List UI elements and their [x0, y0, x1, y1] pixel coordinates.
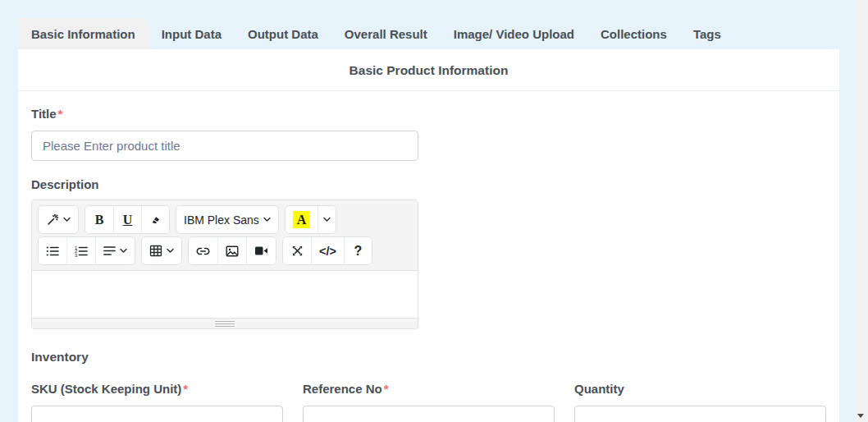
sku-field-group: SKU (Stock Keeping Unit)*: [31, 382, 283, 422]
description-editable-area[interactable]: [32, 271, 418, 318]
reference-no-label: Reference No*: [303, 382, 555, 396]
sku-label: SKU (Stock Keeping Unit)*: [31, 382, 283, 396]
underline-icon: U: [123, 213, 133, 227]
sku-input[interactable]: [31, 406, 283, 422]
ordered-list-button[interactable]: 1 2 3: [66, 237, 95, 264]
unordered-list-icon: [46, 245, 59, 257]
chevron-down-icon: [120, 248, 127, 254]
description-rich-text-editor: B U: [31, 200, 418, 329]
unordered-list-button[interactable]: [39, 237, 66, 264]
svg-text:3: 3: [75, 252, 78, 256]
panel-heading: Basic Product Information: [18, 49, 839, 91]
tab-basic-information[interactable]: Basic Information: [18, 18, 148, 49]
inventory-fields-row: SKU (Stock Keeping Unit)* Reference No* …: [31, 382, 826, 422]
video-icon: [254, 245, 268, 256]
help-icon: ?: [354, 244, 363, 259]
font-family-value: IBM Plex Sans: [184, 213, 259, 227]
description-field-group: Description: [31, 177, 826, 329]
insert-button-group: [188, 236, 276, 265]
magic-style-button[interactable]: [39, 206, 78, 233]
toolbar-row-2: 1 2 3: [38, 236, 412, 265]
quantity-field-group: Quantity: [574, 382, 826, 422]
product-tabs: Basic Information Input Data Output Data…: [18, 18, 839, 49]
fullscreen-icon: [291, 245, 304, 257]
tab-overall-result[interactable]: Overall Result: [331, 18, 441, 49]
paragraph-button-group: 1 2 3: [38, 236, 135, 265]
inventory-heading: Inventory: [31, 350, 826, 365]
title-input[interactable]: [31, 131, 418, 161]
eraser-icon: [149, 213, 162, 226]
magic-wand-icon: [46, 213, 59, 227]
panel-body: Title* Description: [18, 91, 839, 422]
quantity-label-text: Quantity: [574, 382, 624, 396]
help-button[interactable]: ?: [344, 237, 372, 264]
resize-grip-icon: [215, 321, 235, 327]
quantity-input[interactable]: [574, 406, 826, 422]
highlight-color-icon: A: [293, 211, 311, 228]
page-container: Basic Information Input Data Output Data…: [18, 0, 839, 422]
video-button[interactable]: [246, 237, 276, 264]
link-icon: [196, 245, 210, 257]
reference-no-input[interactable]: [303, 406, 555, 422]
paragraph-align-icon: [103, 245, 116, 256]
toolbar-row-1: B U: [38, 205, 412, 234]
chevron-down-icon: [63, 217, 71, 222]
link-button[interactable]: [189, 237, 217, 264]
chevron-down-icon: [263, 217, 271, 222]
font-family-button[interactable]: IBM Plex Sans: [176, 206, 278, 233]
page-scrollbar[interactable]: [854, 0, 868, 422]
highlight-color-button[interactable]: A: [286, 206, 318, 233]
tab-input-data[interactable]: Input Data: [148, 18, 235, 49]
scroll-down-arrow-icon[interactable]: [857, 414, 864, 418]
code-view-icon: </>: [319, 245, 336, 258]
table-button-group: [141, 236, 182, 265]
bold-button[interactable]: B: [85, 206, 113, 233]
code-view-button[interactable]: </>: [311, 237, 344, 264]
tab-tags[interactable]: Tags: [680, 18, 734, 49]
table-button[interactable]: [142, 237, 181, 264]
title-label: Title*: [31, 107, 826, 121]
tab-image-video-upload[interactable]: Image/ Video Upload: [441, 18, 587, 49]
title-required-asterisk: *: [58, 107, 63, 121]
basic-information-panel: Basic Product Information Title* Descrip…: [18, 49, 839, 422]
quantity-label: Quantity: [574, 382, 826, 396]
tab-output-data[interactable]: Output Data: [235, 18, 331, 49]
table-icon: [149, 245, 162, 257]
bold-icon: B: [95, 213, 104, 227]
view-button-group: </> ?: [282, 236, 372, 265]
color-button-group: A: [285, 205, 337, 234]
tab-collections[interactable]: Collections: [587, 18, 680, 49]
reference-no-field-group: Reference No*: [303, 382, 555, 422]
font-button-group: IBM Plex Sans: [176, 205, 279, 234]
description-label: Description: [31, 177, 826, 191]
editor-toolbar: B U: [32, 200, 418, 271]
editor-resize-bar[interactable]: [32, 318, 418, 328]
picture-button[interactable]: [217, 237, 246, 264]
reference-no-required-asterisk: *: [384, 382, 389, 396]
style-button-group: [38, 205, 79, 234]
sku-label-text: SKU (Stock Keeping Unit): [31, 382, 181, 396]
chevron-down-icon: [323, 217, 331, 222]
paragraph-align-button[interactable]: [95, 237, 135, 264]
ordered-list-icon: 1 2 3: [75, 245, 88, 257]
chevron-down-icon: [167, 248, 174, 254]
picture-icon: [226, 245, 239, 257]
format-button-group: B U: [85, 205, 170, 234]
clear-formatting-button[interactable]: [141, 206, 169, 233]
reference-no-label-text: Reference No: [303, 382, 382, 396]
fullscreen-button[interactable]: [283, 237, 311, 264]
sku-required-asterisk: *: [183, 382, 188, 396]
color-dropdown-button[interactable]: [318, 206, 336, 233]
title-field-group: Title*: [31, 107, 826, 161]
title-label-text: Title: [31, 107, 57, 121]
underline-button[interactable]: U: [113, 206, 141, 233]
